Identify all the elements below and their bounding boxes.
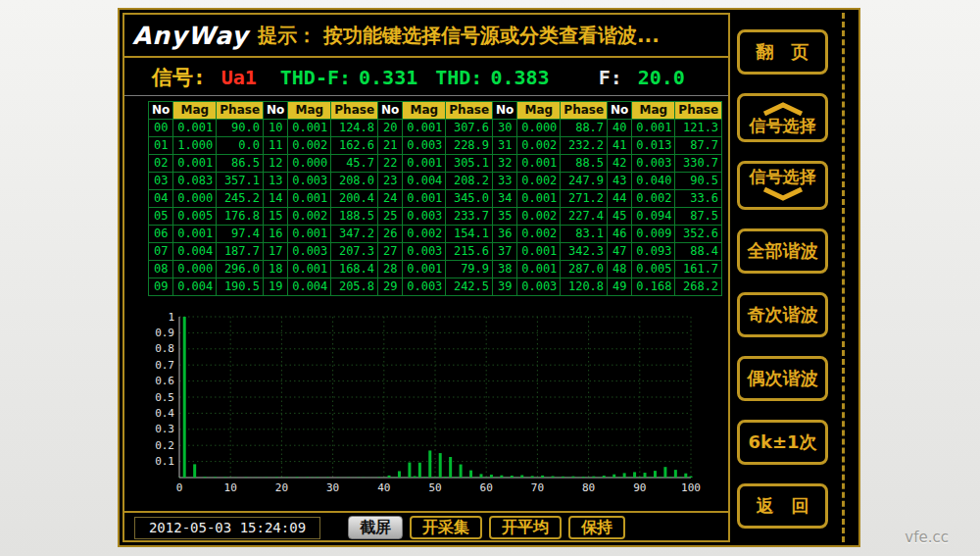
table-cell: 06 [149,226,173,243]
signal-name: Ua1 [221,66,257,89]
table-cell: 227.4 [561,208,608,226]
bottom-divider [124,511,728,513]
table-cell: 01 [149,137,173,155]
svg-text:0.6: 0.6 [155,375,174,387]
table-cell: 0.001 [173,155,217,173]
table-cell: 88.7 [561,120,608,137]
thdf-value: 0.331 [359,66,417,89]
table-cell: 37 [493,243,517,261]
start-averaging-button[interactable]: 开平均 [489,516,562,539]
table-cell: 24 [378,190,403,208]
table-cell: 29 [378,278,403,296]
hold-button[interactable]: 保持 [568,516,625,539]
signal-divider [124,95,728,96]
sidebar-button-column: 翻 页信号选择信号选择全部谐波奇次谐波偶次谐波6k±1次返 回 [737,29,828,529]
timestamp: 2012-05-03 15:24:09 [134,517,320,539]
start-sampling-button[interactable]: 开采集 [410,516,482,539]
svg-text:100: 100 [681,481,701,494]
table-header-cell: Mag [403,102,446,120]
table-header-cell: Mag [517,102,561,120]
table-cell: 200.4 [331,190,378,208]
table-cell: 0.002 [403,226,446,243]
table-cell: 0.083 [173,173,217,190]
table-header-cell: Phase [561,102,608,120]
table-cell: 45.7 [331,155,378,173]
svg-text:60: 60 [480,481,493,494]
chevron-down-icon [761,187,805,202]
table-row: 070.004187.7170.003207.3270.003215.6370.… [149,243,722,261]
page-turn-button[interactable]: 翻 页 [737,29,828,75]
chevron-up-icon [761,101,805,116]
screenshot-button[interactable]: 截屏 [348,516,403,539]
svg-text:90: 90 [633,481,646,494]
table-cell: 0.004 [288,278,331,296]
table-cell: 190.5 [217,278,264,296]
table-cell: 0.002 [517,173,561,190]
table-cell: 35 [493,208,517,226]
svg-text:0.5: 0.5 [155,391,174,404]
signal-select-up-button[interactable]: 信号选择 [737,93,828,142]
table-cell: 342.3 [561,243,608,261]
table-cell: 347.2 [331,226,378,243]
table-cell: 0.168 [632,278,675,296]
svg-text:0.8: 0.8 [155,342,174,355]
table-cell: 215.6 [446,243,493,261]
table-header-cell: No [264,102,288,120]
table-cell: 33 [493,173,517,190]
table-cell: 12 [264,155,288,173]
header-divider [124,56,728,58]
table-cell: 305.1 [446,155,493,173]
return-button[interactable]: 返 回 [737,483,828,529]
table-cell: 233.7 [446,208,493,226]
table-cell: 0.003 [403,208,446,226]
table-cell: 162.6 [331,137,378,155]
table-cell: 08 [149,261,173,278]
table-row: 050.005176.8150.002188.5250.003233.7350.… [149,208,722,226]
table-cell: 0.013 [632,137,675,155]
harmonics-bar-chart: 0.10.20.30.40.50.60.70.80.91010203040506… [144,309,716,505]
harmonics-6k1-button[interactable]: 6k±1次 [737,420,828,465]
table-cell: 352.6 [675,226,722,243]
table-cell: 0.003 [288,243,331,261]
side-button-label: 偶次谐波 [748,369,818,388]
even-harmonics-button[interactable]: 偶次谐波 [737,356,828,401]
table-cell: 188.5 [331,208,378,226]
table-row: 080.000296.0180.001168.4280.00179.9380.0… [149,261,722,278]
table-row: 011.0000.0110.002162.6210.003228.9310.00… [149,137,722,155]
table-cell: 0.005 [632,261,675,278]
main-display: AnyWay 提示： 按功能键选择信号源或分类查看谐波... 信号: Ua1 T… [122,13,730,542]
table-cell: 15 [264,208,288,226]
table-cell: 87.7 [675,137,722,155]
table-header-row: NoMagPhaseNoMagPhaseNoMagPhaseNoMagPhase… [149,102,722,120]
table-cell: 86.5 [217,155,264,173]
table-cell: 0.002 [288,208,331,226]
table-cell: 0.002 [288,137,331,155]
table-cell: 0.001 [632,120,675,137]
table-cell: 0.003 [288,173,331,190]
table-cell: 16 [264,226,288,243]
table-cell: 208.2 [446,173,493,190]
all-harmonics-button[interactable]: 全部谐波 [737,228,828,274]
table-cell: 208.0 [331,173,378,190]
table-cell: 124.8 [331,120,378,137]
table-cell: 0.003 [403,137,446,155]
table-cell: 18 [264,261,288,278]
table-cell: 03 [149,173,173,190]
table-cell: 0.000 [173,190,217,208]
table-cell: 0.005 [173,208,217,226]
table-cell: 79.9 [446,261,493,278]
table-row: 060.00197.4160.001347.2260.002154.1360.0… [149,226,722,243]
table-cell: 0.001 [517,243,561,261]
table-cell: 47 [608,243,632,261]
table-cell: 0.001 [288,190,331,208]
odd-harmonics-button[interactable]: 奇次谐波 [737,292,828,337]
table-cell: 43 [608,173,632,190]
table-cell: 121.3 [675,120,722,137]
signal-select-down-button[interactable]: 信号选择 [737,161,828,210]
table-cell: 31 [493,137,517,155]
table-header-cell: No [493,102,517,120]
table-cell: 05 [149,208,173,226]
table-cell: 0.003 [403,243,446,261]
table-cell: 0.094 [632,208,675,226]
thdf-label: THD-F: [280,66,351,89]
